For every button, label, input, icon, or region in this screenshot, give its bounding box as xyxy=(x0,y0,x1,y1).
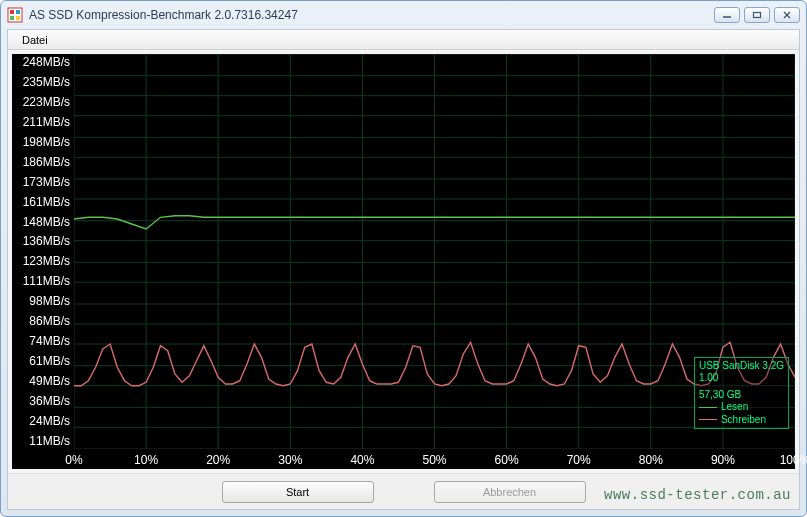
y-axis-labels: 248MB/s235MB/s223MB/s211MB/s198MB/s186MB… xyxy=(12,54,74,449)
svg-rect-2 xyxy=(16,10,20,14)
titlebar[interactable]: AS SSD Kompression-Benchmark 2.0.7316.34… xyxy=(1,1,806,29)
legend-write-label: Schreiben xyxy=(721,414,766,427)
legend-device: USB SanDisk 3.2G xyxy=(699,360,784,373)
close-button[interactable] xyxy=(774,7,800,23)
svg-rect-4 xyxy=(16,16,20,20)
legend-swatch-write xyxy=(699,419,717,420)
menubar: Datei xyxy=(8,30,799,50)
svg-rect-3 xyxy=(10,16,14,20)
legend-capacity: 57,30 GB xyxy=(699,389,784,402)
client-area: Datei 248MB/s235MB/s223MB/s211MB/s198MB/… xyxy=(7,29,800,510)
x-axis-labels: 0%10%20%30%40%50%60%70%80%90%100% xyxy=(74,449,795,469)
chart-area: 248MB/s235MB/s223MB/s211MB/s198MB/s186MB… xyxy=(12,54,795,469)
svg-rect-6 xyxy=(754,13,761,18)
minimize-button[interactable] xyxy=(714,7,740,23)
legend-swatch-read xyxy=(699,407,717,408)
legend-row-write: Schreiben xyxy=(699,414,784,427)
watermark: www.ssd-tester.com.au xyxy=(604,487,791,503)
application-window: AS SSD Kompression-Benchmark 2.0.7316.34… xyxy=(0,0,807,517)
start-button[interactable]: Start xyxy=(222,481,374,503)
menu-file[interactable]: Datei xyxy=(16,32,54,48)
maximize-button[interactable] xyxy=(744,7,770,23)
legend-box: USB SanDisk 3.2G 1.00 57,30 GB Lesen Sch… xyxy=(694,357,789,430)
legend-firmware: 1.00 xyxy=(699,372,784,385)
button-bar: Start Abbrechen www.ssd-tester.com.au xyxy=(8,473,799,509)
chart-plot xyxy=(74,54,795,449)
legend-read-label: Lesen xyxy=(721,401,748,414)
window-title: AS SSD Kompression-Benchmark 2.0.7316.34… xyxy=(29,8,714,22)
legend-row-read: Lesen xyxy=(699,401,784,414)
app-icon xyxy=(7,7,23,23)
window-controls xyxy=(714,7,800,23)
abort-button[interactable]: Abbrechen xyxy=(434,481,586,503)
svg-rect-1 xyxy=(10,10,14,14)
